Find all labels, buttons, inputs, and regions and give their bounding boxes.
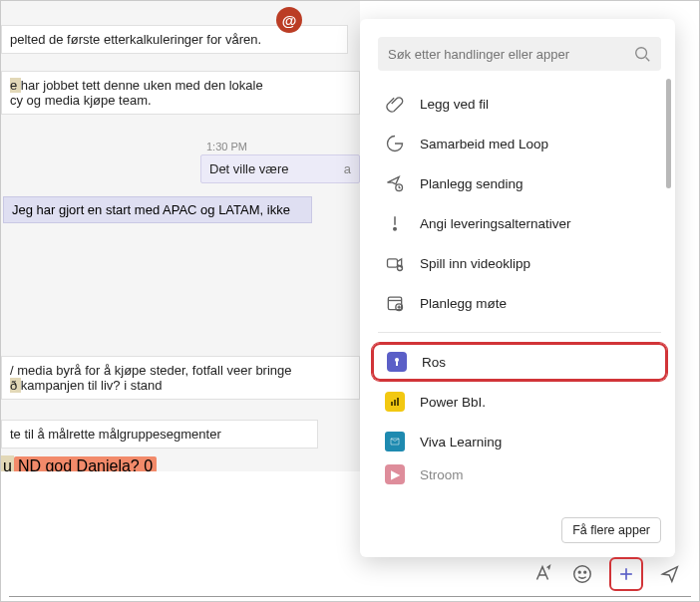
chat-pane: pelted de første etterkalkuleringer for … [1,1,360,539]
scrollbar[interactable] [666,79,671,188]
app-stream[interactable]: ▶ Stroom [372,462,667,486]
emoji-button[interactable] [569,561,595,587]
message[interactable]: / media byrå for å kjøpe steder, fotfall… [1,356,360,400]
message[interactable]: te til å målrette målgruppesegmenter [1,420,318,449]
action-label: Angi leveringsalternativer [420,216,571,231]
message-text: / media byrå for å kjøpe steder, fotfall… [10,363,292,378]
search-field[interactable] [378,37,661,71]
mentions-badge-icon[interactable]: @ [276,7,302,33]
message-text: pelted de første etterkalkuleringer for … [10,32,261,47]
app-label: Viva Learning [420,435,502,450]
button-label: Få flere apper [572,523,650,537]
app-label: Power BbI. [420,395,486,410]
video-record-icon [384,252,406,274]
message-text: te til å målrette målgruppesegmenter [10,427,221,442]
calendar-add-icon [384,292,406,314]
paperclip-icon [384,93,406,115]
app-label: Stroom [420,467,464,482]
action-schedule-meeting[interactable]: Planlegg møte [372,284,667,322]
app-label: Ros [422,355,446,370]
bottom-divider [9,596,691,597]
action-label: Legg ved fil [420,97,489,112]
divider [378,332,661,333]
add-actions-button[interactable] [609,557,643,591]
format-button[interactable] [529,561,555,587]
svg-point-12 [395,358,399,362]
action-label: Planlegg sending [420,176,524,191]
svg-point-18 [578,571,580,573]
action-loop[interactable]: Samarbeid med Loop [372,125,667,162]
loop-icon [384,133,406,154]
message-text: Jeg har gjort en start med APAC og LATAM… [12,202,290,217]
send-clock-icon [384,172,406,194]
actions-list: Legg ved fil Samarbeid med Loop Planlegg… [372,85,667,486]
get-more-apps-button[interactable]: Få flere apper [561,517,661,543]
svg-point-19 [584,571,586,573]
ros-app-icon [386,351,408,373]
at-symbol: @ [282,12,297,29]
power-bi-app-icon [384,391,406,413]
reply-text: Det ville være [209,161,288,176]
action-label: Samarbeid med Loop [420,137,548,151]
svg-rect-15 [394,400,396,406]
svg-point-0 [636,48,647,59]
action-label: Planlegg møte [420,296,507,311]
svg-rect-13 [396,362,398,367]
action-schedule-send[interactable]: Planlegg sending [372,164,667,202]
send-button[interactable] [657,561,683,587]
message-text: kampanjen til liv? i stand [21,378,163,393]
reply-suffix: a [344,161,351,176]
compose-area[interactable] [1,471,360,539]
message-highlight: e [10,78,21,93]
message-text: har jobbet tett denne uken med den lokal… [21,78,263,93]
message[interactable]: e har jobbet tett denne uken med den lok… [1,71,360,115]
message-text: cy og media kjøpe team. [10,93,152,108]
app-viva-learning[interactable]: Viva Learning [372,423,667,460]
svg-rect-16 [397,398,399,406]
app-power-bi[interactable]: Power BbI. [372,383,667,421]
compose-toolbar [529,557,683,591]
actions-popup: Legg ved fil Samarbeid med Loop Planlegg… [360,19,675,557]
viva-learning-app-icon [384,431,406,452]
svg-rect-5 [388,259,398,267]
message[interactable]: Jeg har gjort en start med APAC og LATAM… [3,196,312,223]
app-ros[interactable]: Ros [372,343,667,381]
svg-rect-14 [391,402,393,406]
action-record-video[interactable]: Spill inn videoklipp [372,244,667,282]
search-input[interactable] [378,37,637,71]
timestamp: 1:30 PM [200,141,360,154]
message-highlight: ð [10,378,21,393]
action-attach-file[interactable]: Legg ved fil [372,85,667,123]
action-label: Spill inn videoklipp [420,256,530,271]
svg-point-17 [574,566,591,583]
reply-message[interactable]: Det ville være a [200,154,360,183]
action-delivery-options[interactable]: Angi leveringsalternativer [372,204,667,242]
priority-icon [384,212,406,234]
svg-point-4 [394,228,397,231]
svg-line-1 [646,58,650,62]
reply-bubble-container: 1:30 PM Det ville være a [200,141,360,183]
search-icon [633,45,651,63]
stream-app-icon: ▶ [384,463,406,485]
